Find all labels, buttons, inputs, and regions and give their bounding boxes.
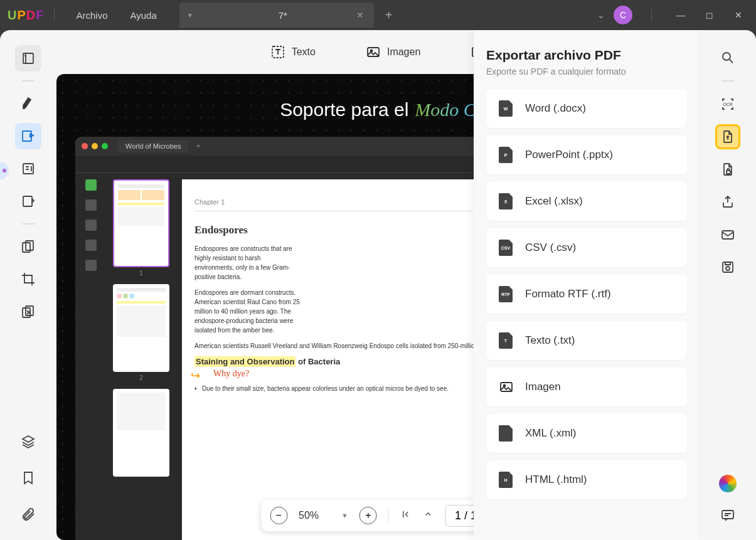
comment-icon [720, 507, 735, 522]
inner-add-tab[interactable]: + [196, 142, 200, 151]
export-label: PowerPoint (.pptx) [525, 149, 613, 161]
inner-tool-icon[interactable] [85, 179, 97, 191]
inner-tool-icon[interactable] [85, 260, 97, 271]
convert-icon [720, 129, 735, 144]
close-button[interactable]: ✕ [728, 5, 748, 25]
export-option[interactable]: WWord (.docx) [486, 89, 687, 128]
thumb-number: 2 [113, 374, 169, 381]
edit-tool[interactable] [15, 123, 41, 149]
export-label: Imagen [525, 381, 561, 393]
share-button[interactable] [715, 189, 740, 214]
export-option[interactable]: TTexto (.txt) [486, 321, 687, 360]
minimize-traffic-light[interactable] [92, 143, 98, 149]
page-thumbnail[interactable] [113, 284, 169, 372]
export-option[interactable]: RTFFormato RTF (.rtf) [486, 275, 687, 314]
export-panel: Exportar archivo PDF Exporte su PDF a cu… [474, 30, 700, 540]
ai-button[interactable] [719, 475, 737, 492]
first-page-button[interactable] [400, 509, 412, 522]
bookmark-tool[interactable] [15, 465, 41, 491]
export-option[interactable]: PPowerPoint (.pptx) [486, 135, 687, 174]
layers-tool[interactable] [15, 428, 41, 455]
lock-file-icon [720, 162, 735, 177]
svg-rect-0 [23, 53, 33, 63]
image-tool-button[interactable]: Imagen [366, 45, 420, 60]
file-icon: RTF [499, 286, 514, 302]
share-icon [720, 194, 735, 209]
search-button[interactable] [715, 45, 740, 70]
export-option[interactable]: XML (.xml) [486, 414, 687, 453]
minimize-button[interactable]: — [671, 5, 691, 25]
comment-button[interactable] [715, 502, 740, 527]
crop-tool[interactable] [15, 266, 41, 292]
page-thumbnail[interactable] [113, 179, 169, 267]
tab-title: 7* [212, 10, 354, 21]
inner-tool-icon[interactable] [85, 199, 97, 211]
search-icon [720, 50, 735, 65]
inner-icon-bar [75, 173, 107, 540]
text-tool-button[interactable]: Texto [270, 45, 316, 60]
export-title: Exportar archivo PDF [486, 48, 687, 63]
page-tool[interactable] [15, 188, 41, 214]
export-option[interactable]: XExcel (.xlsx) [486, 182, 687, 221]
menu-file[interactable]: Archivo [65, 6, 119, 24]
export-option[interactable]: Imagen [486, 368, 687, 406]
email-button[interactable] [715, 222, 740, 247]
thumb-number: 1 [113, 270, 169, 277]
file-icon: P [499, 147, 514, 163]
zoom-out-button[interactable]: − [270, 507, 287, 524]
organize-tool[interactable] [15, 233, 41, 260]
bottom-bar: − 50% ▼ + 1 / 1 [261, 500, 495, 531]
menu-help[interactable]: Ayuda [119, 6, 168, 24]
svg-point-14 [723, 53, 730, 60]
page-thumbnail[interactable] [113, 389, 169, 477]
zoom-in-button[interactable]: + [359, 507, 377, 524]
zoom-dropdown-icon[interactable]: ▼ [341, 512, 348, 519]
protect-button[interactable] [715, 157, 740, 182]
export-subtitle: Exporte su PDF a cualquier formato [486, 66, 687, 77]
inner-tool-icon[interactable] [85, 240, 97, 251]
thumbnail-panel: 1 2 [107, 173, 176, 540]
inner-tab[interactable]: World of Microbes [118, 140, 188, 152]
inner-tool-icon[interactable] [85, 220, 97, 231]
separator [22, 80, 35, 82]
chevron-down-icon[interactable]: ⌄ [597, 10, 605, 20]
export-label: HTML (.html) [525, 474, 587, 486]
maximize-traffic-light[interactable] [102, 143, 108, 149]
svg-rect-3 [23, 196, 32, 206]
export-label: Excel (.xlsx) [525, 195, 583, 208]
export-option[interactable]: CSVCSV (.csv) [486, 228, 687, 267]
left-sidebar [0, 30, 56, 540]
divider [388, 508, 389, 523]
ocr-button[interactable]: OCR [715, 92, 740, 117]
file-icon: W [499, 100, 514, 117]
export-label: Texto (.txt) [525, 334, 575, 347]
document-tab[interactable]: ▼ 7* ✕ [179, 3, 374, 28]
convert-button[interactable] [715, 124, 740, 149]
form-tool[interactable] [15, 156, 41, 182]
export-option[interactable]: HHTML (.html) [486, 460, 687, 499]
separator [22, 223, 35, 225]
reader-tool[interactable] [15, 45, 41, 71]
mail-icon [720, 227, 735, 242]
file-icon: CSV [499, 240, 514, 256]
text-icon [270, 45, 285, 60]
avatar[interactable]: C [614, 6, 632, 24]
file-icon: T [499, 332, 514, 349]
prev-page-button[interactable] [423, 509, 434, 522]
export-label: CSV (.csv) [525, 241, 576, 254]
logo: UPDF [8, 8, 44, 23]
right-sidebar: OCR [700, 30, 756, 540]
separator [721, 80, 734, 82]
divider [651, 9, 652, 21]
new-tab-button[interactable]: + [385, 8, 393, 23]
close-traffic-light[interactable] [82, 143, 88, 149]
attachment-tool[interactable] [15, 501, 41, 527]
banner-text: Soporte para el Modo C [280, 99, 476, 120]
file-icon: H [499, 472, 514, 488]
highlighter-tool[interactable] [15, 90, 41, 117]
maximize-button[interactable]: ◻ [700, 5, 720, 25]
tab-close-icon[interactable]: ✕ [354, 8, 366, 23]
save-button[interactable] [715, 255, 740, 280]
redact-tool[interactable] [15, 299, 41, 325]
tab-dropdown-icon[interactable]: ▼ [187, 12, 193, 19]
